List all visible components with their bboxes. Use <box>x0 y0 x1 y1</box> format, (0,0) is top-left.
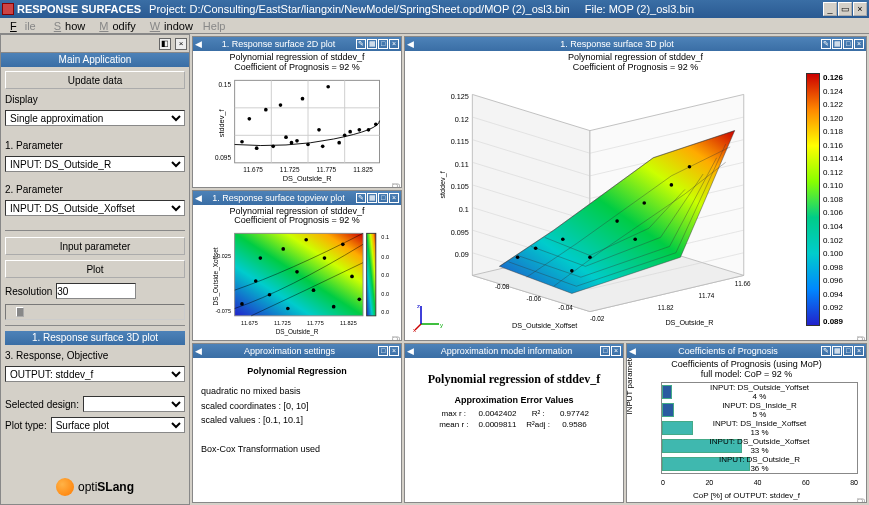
response-surface-topview-pane: ◀1. Response surface topview plot ✎▦□× P… <box>192 190 402 342</box>
axis-tick: 0 <box>661 479 665 486</box>
resolution-slider[interactable] <box>5 304 185 320</box>
pane-max-icon[interactable]: □ <box>600 346 610 356</box>
plot-type-select[interactable]: Surface plot <box>51 417 185 433</box>
input-parameter-button[interactable]: Input parameter <box>5 237 185 255</box>
pane-save-icon[interactable]: ▦ <box>832 346 842 356</box>
colorbar-tick: 0.104 <box>823 222 860 231</box>
param2-select[interactable]: INPUT: DS_Outside_Xoffset <box>5 200 185 216</box>
pane-close-icon[interactable]: × <box>389 346 399 356</box>
update-data-button[interactable]: Update data <box>5 71 185 89</box>
axis-tick: 80 <box>850 479 858 486</box>
pane-max-icon[interactable]: □ <box>843 346 853 356</box>
menu-help[interactable]: Help <box>199 20 230 32</box>
pane-max-icon[interactable]: □ <box>843 39 853 49</box>
response-label: 3. Response, Objective <box>5 350 185 361</box>
svg-text:0.09: 0.09 <box>455 250 469 259</box>
model-heading: Polynomial regression of stddev_f <box>411 372 617 387</box>
svg-point-40 <box>286 307 290 311</box>
pane-close-icon[interactable]: × <box>854 346 864 356</box>
svg-text:y: y <box>440 322 443 328</box>
svg-text:11.675: 11.675 <box>241 320 258 326</box>
svg-text:11.775: 11.775 <box>317 166 337 173</box>
colorbar-tick: 0.112 <box>823 168 860 177</box>
svg-point-11 <box>279 103 283 107</box>
svg-point-83 <box>615 219 619 223</box>
model-subheading: Approximation Error Values <box>411 395 617 405</box>
svg-point-23 <box>358 128 362 132</box>
svg-point-24 <box>367 128 371 132</box>
model-error-table: max r :0.0042402R² :0.97742 mean r :0.00… <box>433 407 595 431</box>
display-label: Display <box>5 94 185 105</box>
svg-point-21 <box>343 133 347 137</box>
pane-approx-title: Approximation settings <box>202 346 377 356</box>
pane-tool-icon[interactable]: ✎ <box>356 39 366 49</box>
pane-tool-icon[interactable]: ✎ <box>356 193 366 203</box>
svg-point-88 <box>633 237 637 241</box>
pane-cop-title: Coefficients of Prognosis <box>636 346 820 356</box>
pane-close-icon[interactable]: × <box>611 346 621 356</box>
undock-icon[interactable]: ◧ <box>159 38 171 50</box>
pane-tool-icon[interactable]: ✎ <box>821 346 831 356</box>
logo-text: optiSLang <box>78 480 134 494</box>
pane-save-icon[interactable]: ▦ <box>832 39 842 49</box>
menu-window[interactable]: Window <box>142 20 197 32</box>
minimize-button[interactable]: _ <box>823 2 837 16</box>
pane-save-icon[interactable]: ▦ <box>367 193 377 203</box>
colorbar-tick: 0.092 <box>823 303 860 312</box>
colorbar-tick: 0.108 <box>823 195 860 204</box>
svg-text:0.0: 0.0 <box>381 254 389 260</box>
close-panel-icon[interactable]: × <box>175 38 187 50</box>
resolution-input[interactable] <box>56 283 136 299</box>
colorbar-tick: 0.096 <box>823 276 860 285</box>
svg-point-45 <box>332 305 336 309</box>
pane-close-icon[interactable]: × <box>854 39 864 49</box>
pane-save-icon[interactable]: ▦ <box>367 39 377 49</box>
svg-point-84 <box>642 201 646 205</box>
title-text: Project: D:/Consulting/EastStar/liangxin… <box>149 3 823 15</box>
colorbar-tick: 0.124 <box>823 87 860 96</box>
menu-show[interactable]: Show <box>46 20 90 32</box>
selected-design-select[interactable] <box>83 396 185 412</box>
svg-text:11.82: 11.82 <box>658 304 674 311</box>
pane-close-icon[interactable]: × <box>389 39 399 49</box>
svg-point-9 <box>264 108 268 112</box>
svg-text:0.1: 0.1 <box>459 205 469 214</box>
svg-text:11.74: 11.74 <box>699 292 715 299</box>
colorbar-tick: 0.100 <box>823 249 860 258</box>
approx-line: Box-Cox Transformation used <box>201 442 393 456</box>
close-button[interactable]: × <box>853 2 867 16</box>
svg-point-82 <box>588 255 592 259</box>
pane-close-icon[interactable]: × <box>389 193 399 203</box>
pane-max-icon[interactable]: □ <box>378 346 388 356</box>
pane-max-icon[interactable]: □ <box>378 39 388 49</box>
svg-point-37 <box>259 257 263 261</box>
svg-text:DS_Outside_R: DS_Outside_R <box>283 174 332 183</box>
plot-2d-chart: stddev_f 0.095 0.15 11.675 11.725 11.775… <box>193 73 401 183</box>
response-surface-3d-pane: ◀1. Response surface 3D plot ✎▦□× Polyno… <box>404 36 867 341</box>
colorbar-tick: 0.094 <box>823 290 860 299</box>
cop-title: Coefficients of Prognosis (using MoP)ful… <box>627 358 866 380</box>
plot-button[interactable]: Plot <box>5 260 185 278</box>
pane-max-icon[interactable]: □ <box>378 193 388 203</box>
param1-select[interactable]: INPUT: DS_Outside_R <box>5 156 185 172</box>
menu-modify[interactable]: Modify <box>91 20 139 32</box>
svg-point-42 <box>304 238 308 242</box>
approx-heading: Polynomial Regression <box>201 364 393 378</box>
titlebar: RESPONSE SURFACES Project: D:/Consulting… <box>0 0 869 18</box>
svg-text:0.12: 0.12 <box>455 115 469 124</box>
svg-point-87 <box>570 269 574 273</box>
svg-point-44 <box>323 257 327 261</box>
pane-tool-icon[interactable]: ✎ <box>821 39 831 49</box>
svg-text:11.825: 11.825 <box>340 320 357 326</box>
svg-text:0.095: 0.095 <box>215 154 231 161</box>
svg-text:0.15: 0.15 <box>219 81 232 88</box>
menu-file[interactable]: File <box>2 20 44 32</box>
plot-topview-chart: 0.1 0.0 0.0 0.0 0.0 DS_Outside_Xoffset -… <box>193 226 401 336</box>
response-select[interactable]: OUTPUT: stddev_f <box>5 366 185 382</box>
svg-point-14 <box>295 139 299 143</box>
svg-point-85 <box>670 183 674 187</box>
maximize-button[interactable]: ▭ <box>838 2 852 16</box>
pane-3d-title: 1. Response surface 3D plot <box>414 39 820 49</box>
colorbar-tick: 0.122 <box>823 100 860 109</box>
display-select[interactable]: Single approximation <box>5 110 185 126</box>
